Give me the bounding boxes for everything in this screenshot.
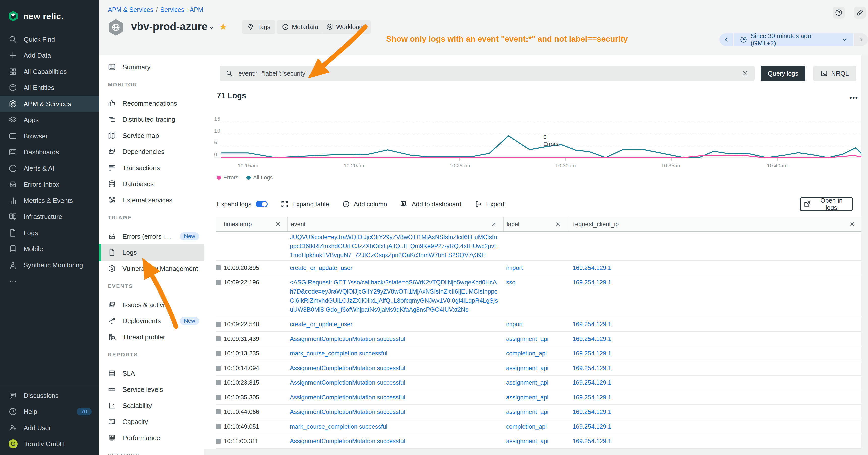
sidebar-item-browser[interactable]: Browser <box>0 128 99 144</box>
log-event-link[interactable]: AssignmentCompletionMutation successful <box>287 390 503 404</box>
sidebar-item-alerts-ai[interactable]: Alerts & AI <box>0 160 99 176</box>
log-label-link[interactable] <box>503 232 567 261</box>
sidebar-item-add-user[interactable]: Add User <box>0 420 99 436</box>
log-table-row[interactable]: 10:11:00.311AssignmentCompletionMutation… <box>216 434 862 449</box>
tags-button[interactable]: Tags <box>242 20 276 34</box>
subnav-item-transactions[interactable]: Transactions <box>99 160 204 176</box>
sidebar-item-iterativ-gmbh[interactable]: Iterativ GmbH <box>0 436 99 452</box>
time-next-button[interactable] <box>855 33 868 46</box>
subnav-item-issues-activity[interactable]: Issues & activity <box>99 297 204 313</box>
export-button[interactable]: Export <box>474 200 504 208</box>
log-table-row[interactable]: 10:10:35.305AssignmentCompletionMutation… <box>216 390 862 405</box>
toggle-on-icon[interactable] <box>255 201 268 207</box>
sidebar-item-add-data[interactable]: Add Data <box>0 47 99 64</box>
log-request-ip-link[interactable] <box>567 232 862 261</box>
log-table-row[interactable]: 10:10:49.051mark_course_completion succe… <box>216 420 862 434</box>
subnav-item-deployments[interactable]: DeploymentsNew <box>99 313 204 329</box>
legend-all-logs[interactable]: All Logs <box>247 174 273 181</box>
log-request-ip-link[interactable]: 169.254.129.1 <box>567 405 862 419</box>
permalink-button[interactable] <box>854 6 866 19</box>
log-request-ip-link[interactable]: 169.254.129.1 <box>567 261 862 275</box>
add-column-button[interactable]: Add column <box>342 200 387 208</box>
subnav-item-service-levels[interactable]: Service levels <box>99 382 204 397</box>
subnav-item-logs[interactable]: Logs <box>99 245 204 260</box>
log-table-row[interactable]: 10:09:31.439AssignmentCompletionMutation… <box>216 332 862 347</box>
log-label-link[interactable]: assignment_api <box>503 376 567 390</box>
subnav-item-scalability[interactable]: Scalability <box>99 397 204 414</box>
favorite-star-icon[interactable]: ★ <box>219 21 227 32</box>
add-to-dashboard-button[interactable]: Add to dashboard <box>400 200 462 208</box>
log-request-ip-link[interactable]: 169.254.129.1 <box>567 275 862 317</box>
log-request-ip-link[interactable]: 169.254.129.1 <box>567 420 862 433</box>
subnav-item-vulnerability-management[interactable]: Vulnerability Management <box>99 260 204 277</box>
subnav-item-dependencies[interactable]: Dependencies <box>99 143 204 160</box>
log-request-ip-link[interactable]: 169.254.129.1 <box>567 332 862 346</box>
sidebar-item-mobile[interactable]: Mobile <box>0 241 99 257</box>
sidebar-item-quick-find[interactable]: Quick Find <box>0 31 99 47</box>
log-label-link[interactable]: import <box>503 261 567 275</box>
log-event-link[interactable]: AssignmentCompletionMutation successful <box>287 376 503 390</box>
log-label-link[interactable]: assignment_api <box>503 361 567 375</box>
sidebar-item-apm-services[interactable]: APM & Services <box>0 96 99 112</box>
remove-column-icon[interactable] <box>849 222 855 227</box>
log-request-ip-link[interactable]: 169.254.129.1 <box>567 347 862 360</box>
sidebar-item-logs[interactable]: Logs <box>0 225 99 241</box>
time-range-button[interactable]: Since 30 minutes ago (GMT+2) <box>734 33 854 46</box>
log-table-row[interactable]: 10:10:23.815AssignmentCompletionMutation… <box>216 376 862 390</box>
subnav-item-distributed-tracing[interactable]: Distributed tracing <box>99 111 204 128</box>
log-event-link[interactable]: mark_course_completion successful <box>287 347 503 360</box>
log-table-row[interactable]: JUQVU&code=eyJraWQiOiJjcGltY29yZV8wOTI1M… <box>216 232 862 261</box>
sidebar-item-apps[interactable]: Apps <box>0 112 99 128</box>
subnav-item-recommendations[interactable]: Recommendations <box>99 95 204 111</box>
breadcrumb-apm-services[interactable]: APM & Services <box>108 6 154 13</box>
sidebar-item-help[interactable]: Help70 <box>0 403 99 420</box>
subnav-item-performance[interactable]: Performance <box>99 430 204 446</box>
log-event-link[interactable]: AssignmentCompletionMutation successful <box>287 361 503 375</box>
log-table-row[interactable]: 10:10:44.066AssignmentCompletionMutation… <box>216 405 862 420</box>
log-request-ip-link[interactable]: 169.254.129.1 <box>567 434 862 448</box>
log-label-link[interactable]: import <box>503 317 567 331</box>
time-prev-button[interactable] <box>719 33 733 46</box>
nrql-button[interactable]: NRQL <box>813 65 857 81</box>
log-request-ip-link[interactable]: 169.254.129.1 <box>567 390 862 404</box>
sidebar-item-infrastructure[interactable]: Infrastructure <box>0 208 99 225</box>
log-table-row[interactable]: 10:09:22.540create_or_update_userimport1… <box>216 317 862 332</box>
sidebar-item-discussions[interactable]: Discussions <box>0 388 99 403</box>
legend-errors[interactable]: Errors <box>217 174 239 181</box>
subnav-item-capacity[interactable]: Capacity <box>99 414 204 430</box>
newrelic-logo[interactable]: new relic. <box>0 0 99 26</box>
log-event-link[interactable]: AssignmentCompletionMutation successful <box>287 405 503 419</box>
log-table-row[interactable]: 10:09:20.895create_or_update_userimport1… <box>216 261 862 275</box>
subnav-item-databases[interactable]: Databases <box>99 176 204 192</box>
subnav-item-thread-profiler[interactable]: Thread profiler <box>99 329 204 345</box>
log-event-link[interactable]: <ASGIRequest: GET '/sso/callback/?state=… <box>287 275 503 317</box>
log-table-row[interactable]: 10:10:14.094AssignmentCompletionMutation… <box>216 361 862 376</box>
log-event-link[interactable]: AssignmentCompletionMutation successful <box>287 332 503 346</box>
subnav-item-sla[interactable]: SLA <box>99 365 204 382</box>
subnav-item-service-map[interactable]: Service map <box>99 128 204 143</box>
log-request-ip-link[interactable]: 169.254.129.1 <box>567 361 862 375</box>
logs-timeseries-chart[interactable]: 05101510:15am10:20am10:25am10:30am10:35a… <box>214 113 865 175</box>
remove-column-icon[interactable] <box>491 222 496 227</box>
log-event-link[interactable]: JUQVU&code=eyJraWQiOiJjcGltY29yZV8wOTI1M… <box>287 232 503 261</box>
breadcrumb-services-apm[interactable]: Services - APM <box>160 6 204 13</box>
open-in-logs-button[interactable]: Open in logs <box>800 197 853 211</box>
expand-table-button[interactable]: Expand table <box>281 200 329 208</box>
sidebar-item-errors-inbox[interactable]: Errors Inbox <box>0 176 99 193</box>
entity-switcher-chevron-icon[interactable] <box>209 25 214 31</box>
subnav-item-errors-errors-inb[interactable]: Errors (errors inb...New <box>99 228 204 245</box>
log-request-ip-link[interactable]: 169.254.129.1 <box>567 376 862 390</box>
subnav-item-external-services[interactable]: External services <box>99 192 204 208</box>
sidebar-item-synthetic-monitoring[interactable]: Synthetic Monitoring <box>0 257 99 273</box>
remove-column-icon[interactable] <box>275 222 281 227</box>
sidebar-item-more[interactable] <box>0 273 99 289</box>
log-label-link[interactable]: assignment_api <box>503 405 567 419</box>
log-event-link[interactable]: mark_course_completion successful <box>287 420 503 433</box>
expand-logs-toggle[interactable]: Expand logs <box>217 200 268 208</box>
subnav-item-summary[interactable]: Summary <box>99 59 204 75</box>
log-label-link[interactable]: completion_api <box>503 420 567 433</box>
log-event-link[interactable]: AssignmentCompletionMutation successful <box>287 434 503 448</box>
sidebar-item-dashboards[interactable]: Dashboards <box>0 144 99 160</box>
log-label-link[interactable]: assignment_api <box>503 390 567 404</box>
log-query-input[interactable] <box>238 69 742 77</box>
